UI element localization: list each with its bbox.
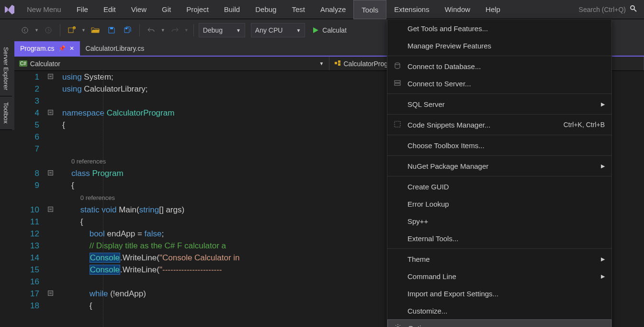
menu-item-connect-to-server[interactable]: Connect to Server...: [387, 75, 611, 92]
menu-item-extensions[interactable]: Extensions: [386, 0, 437, 19]
chevron-down-icon[interactable]: ▼: [34, 28, 39, 33]
fold-column[interactable]: [48, 276, 62, 288]
undo-button[interactable]: [145, 23, 158, 37]
fold-column[interactable]: [48, 252, 62, 264]
search-box[interactable]: Search (Ctrl+Q): [572, 0, 644, 19]
redo-button[interactable]: [168, 23, 181, 37]
menu-item-code-snippets-manager[interactable]: Code Snippets Manager...Ctrl+K, Ctrl+B: [387, 116, 611, 133]
menu-item-customize[interactable]: Customize...: [387, 302, 611, 319]
line-number: 9: [14, 179, 48, 191]
fold-column[interactable]: [48, 216, 62, 228]
tab-label: CalculatorLibrary.cs: [86, 45, 145, 52]
fold-column[interactable]: [48, 143, 62, 155]
menu-item-view[interactable]: View: [124, 0, 154, 19]
doc-tab-program-cs[interactable]: Program.cs📌✕: [14, 41, 80, 56]
line-number: 12: [14, 228, 48, 240]
pin-icon[interactable]: 📌: [58, 45, 66, 52]
side-tab-server-explorer[interactable]: Server Explorer: [0, 41, 12, 96]
chevron-down-icon[interactable]: ▼: [184, 28, 189, 33]
menu-item-help[interactable]: Help: [478, 0, 508, 19]
menu-item-manage-preview-features[interactable]: Manage Preview Features: [387, 37, 611, 54]
menu-item-theme[interactable]: Theme▶: [387, 250, 611, 268]
fold-column[interactable]: [48, 240, 62, 252]
menu-item-label: Command Line: [407, 272, 456, 280]
menu-shortcut: Ctrl+K, Ctrl+B: [564, 121, 605, 128]
menu-item-sql-server[interactable]: SQL Server▶: [387, 95, 611, 113]
fold-column[interactable]: −: [48, 107, 62, 119]
svg-rect-10: [338, 60, 340, 63]
nav-scope-dropdown[interactable]: C# Calculator ▼: [14, 57, 329, 70]
fold-column[interactable]: [48, 264, 62, 276]
menu-item-window[interactable]: Window: [437, 0, 478, 19]
fold-column[interactable]: [48, 228, 62, 240]
side-tab-toolbox[interactable]: Toolbox: [0, 96, 12, 130]
menu-item-file[interactable]: File: [69, 0, 96, 19]
line-number: 14: [14, 252, 48, 264]
run-button[interactable]: Calculat: [312, 26, 347, 34]
menu-item-command-line[interactable]: Command Line▶: [387, 268, 611, 285]
fold-column[interactable]: −: [48, 288, 62, 300]
menu-item-create-guid[interactable]: Create GUID: [387, 178, 611, 195]
chevron-down-icon[interactable]: ▼: [161, 28, 165, 33]
menu-item-connect-to-database[interactable]: Connect to Database...: [387, 58, 611, 75]
fold-column[interactable]: [48, 119, 62, 131]
menu-item-error-lookup[interactable]: Error Lookup: [387, 195, 611, 212]
menu-item-external-tools[interactable]: External Tools...: [387, 230, 611, 247]
menu-item-git[interactable]: Git: [154, 0, 179, 19]
fold-toggle[interactable]: −: [48, 110, 53, 115]
menu-item-edit[interactable]: Edit: [96, 0, 124, 19]
menu-item-choose-toolbox-items[interactable]: Choose Toolbox Items...: [387, 137, 611, 154]
line-number: 1: [14, 71, 48, 83]
code-content: while (!endApp): [62, 288, 146, 300]
menu-item-project[interactable]: Project: [179, 0, 216, 19]
srv-icon: [393, 79, 402, 88]
menu-item-spy[interactable]: Spy++: [387, 212, 611, 230]
configuration-dropdown[interactable]: Debug▼: [199, 23, 245, 37]
save-button[interactable]: [105, 23, 118, 37]
svg-rect-15: [395, 121, 400, 127]
line-number: [14, 191, 48, 204]
fold-column[interactable]: −: [48, 167, 62, 179]
fold-column[interactable]: [48, 155, 62, 167]
close-icon[interactable]: ✕: [69, 45, 74, 52]
tools-menu-dropdown: Get Tools and Features...Manage Preview …: [387, 19, 612, 327]
fold-column[interactable]: [48, 83, 62, 95]
menu-item-get-tools-and-features[interactable]: Get Tools and Features...: [387, 20, 611, 37]
new-item-button[interactable]: +: [65, 23, 79, 37]
submenu-arrow-icon: ▶: [601, 163, 605, 169]
menu-item-analyze[interactable]: Analyze: [313, 0, 353, 19]
line-number: 18: [14, 300, 48, 312]
line-number: 17: [14, 288, 48, 300]
open-button[interactable]: [89, 23, 102, 37]
menu-item-new-menu[interactable]: New Menu: [19, 0, 69, 19]
platform-dropdown[interactable]: Any CPU▼: [251, 23, 305, 37]
menu-item-test[interactable]: Test: [284, 0, 313, 19]
menu-item-debug[interactable]: Debug: [248, 0, 284, 19]
fold-column[interactable]: [48, 131, 62, 143]
save-all-button[interactable]: [121, 23, 135, 37]
nav-back-button[interactable]: [18, 23, 32, 37]
fold-column[interactable]: −: [48, 71, 62, 83]
menu-separator: [387, 176, 611, 176]
fold-column[interactable]: [48, 95, 62, 107]
fold-toggle[interactable]: −: [48, 291, 53, 296]
menu-item-options[interactable]: Options...: [387, 319, 611, 327]
menu-item-nuget-package-manager[interactable]: NuGet Package Manager▶: [387, 157, 611, 175]
menu-item-build[interactable]: Build: [216, 0, 248, 19]
fold-toggle[interactable]: −: [48, 207, 53, 212]
fold-column[interactable]: [48, 179, 62, 191]
fold-column[interactable]: [48, 191, 62, 204]
menu-bar: New MenuFileEditViewGitProjectBuildDebug…: [0, 0, 644, 19]
fold-toggle[interactable]: −: [48, 74, 53, 79]
nav-forward-button[interactable]: [42, 23, 55, 37]
fold-column[interactable]: −: [48, 204, 62, 216]
fold-column[interactable]: [48, 300, 62, 312]
chevron-down-icon: ▼: [319, 61, 324, 66]
menu-item-import-and-export-settings[interactable]: Import and Export Settings...: [387, 285, 611, 302]
svg-text:+: +: [73, 26, 75, 29]
fold-toggle[interactable]: −: [48, 170, 53, 175]
menu-item-tools[interactable]: Tools: [353, 0, 386, 19]
doc-tab-calculatorlibrary-cs[interactable]: CalculatorLibrary.cs: [80, 41, 150, 56]
run-label: Calculat: [322, 26, 347, 34]
chevron-down-icon[interactable]: ▼: [81, 28, 86, 33]
